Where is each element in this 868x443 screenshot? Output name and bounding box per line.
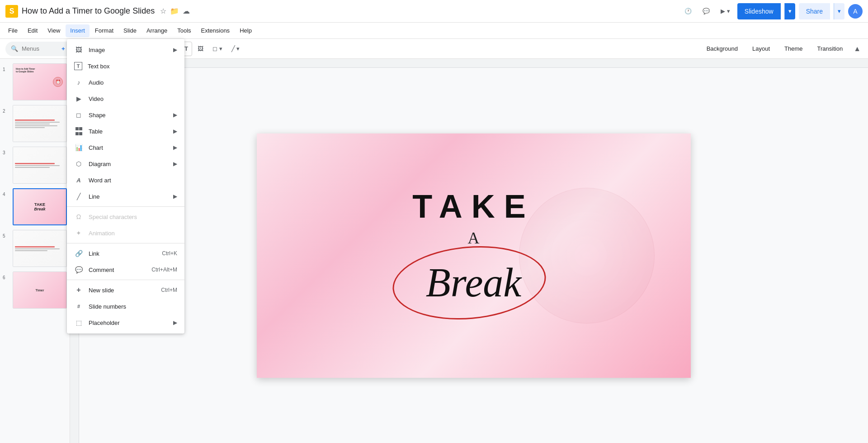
menu-item-line[interactable]: ╱ Line ▶ [67,188,184,205]
link-menu-shortcut: Ctrl+K [162,250,177,257]
menu-item-image[interactable]: 🖼 Image ▶ [67,42,184,58]
word-art-menu-icon: A [74,176,83,185]
placeholder-menu-label: Placeholder [89,319,168,326]
link-menu-icon: 🔗 [74,249,83,258]
text-box-menu-label: Text box [88,63,177,70]
shape-menu-arrow: ▶ [173,112,177,118]
image-menu-arrow: ▶ [173,47,177,53]
menu-item-chart[interactable]: 📊 Chart ▶ [67,139,184,156]
video-menu-label: Video [89,95,177,102]
menu-item-comment[interactable]: 💬 Comment Ctrl+Alt+M [67,262,184,278]
animation-menu-icon: ✦ [74,229,83,238]
menu-item-video[interactable]: ▶ Video [67,91,184,107]
comment-menu-icon: 💬 [74,265,83,274]
audio-menu-label: Audio [89,79,177,86]
shape-menu-icon: ◻ [74,110,83,119]
word-art-menu-label: Word art [89,177,177,184]
menu-divider-2 [67,243,184,243]
audio-menu-icon: ♪ [74,78,83,87]
new-slide-menu-icon: + [74,286,83,295]
video-menu-icon: ▶ [74,94,83,103]
table-menu-arrow: ▶ [173,128,177,134]
special-chars-menu-icon: Ω [74,212,83,221]
image-menu-label: Image [89,47,168,53]
special-chars-menu-label: Special characters [89,214,177,220]
new-slide-menu-label: New slide [89,287,156,294]
chart-menu-label: Chart [89,144,168,151]
line-menu-label: Line [89,193,168,200]
shape-menu-label: Shape [89,112,168,119]
diagram-menu-icon: ⬡ [74,159,83,168]
animation-menu-label: Animation [89,230,177,237]
new-slide-menu-shortcut: Ctrl+M [161,287,177,293]
placeholder-menu-arrow: ▶ [173,319,177,326]
diagram-menu-label: Diagram [89,161,168,167]
insert-dropdown-menu: 🖼 Image ▶ T Text box ♪ Audio ▶ Video ◻ S… [67,39,184,333]
menu-item-special-characters: Ω Special characters [67,209,184,225]
menu-item-audio[interactable]: ♪ Audio [67,74,184,91]
menu-item-new-slide[interactable]: + New slide Ctrl+M [67,282,184,298]
chart-menu-icon: 📊 [74,143,83,152]
menu-item-text-box[interactable]: T Text box [67,58,184,74]
menu-item-link[interactable]: 🔗 Link Ctrl+K [67,245,184,262]
slide-numbers-menu-icon: # [74,302,83,311]
menu-item-placeholder[interactable]: ⬚ Placeholder ▶ [67,314,184,331]
line-menu-arrow: ▶ [173,193,177,200]
menu-item-animation: ✦ Animation [67,225,184,241]
menu-item-word-art[interactable]: A Word art [67,172,184,188]
link-menu-label: Link [89,250,156,257]
placeholder-menu-icon: ⬚ [74,318,83,327]
menu-item-table[interactable]: Table ▶ [67,123,184,139]
menu-divider-1 [67,206,184,207]
line-menu-icon: ╱ [74,192,83,201]
table-menu-label: Table [89,128,168,135]
diagram-menu-arrow: ▶ [173,161,177,167]
text-box-menu-icon: T [74,62,82,70]
menu-divider-3 [67,280,184,280]
menu-item-shape[interactable]: ◻ Shape ▶ [67,107,184,123]
chart-menu-arrow: ▶ [173,144,177,151]
menu-item-diagram[interactable]: ⬡ Diagram ▶ [67,156,184,172]
comment-menu-label: Comment [89,267,146,273]
comment-menu-shortcut: Ctrl+Alt+M [151,267,177,273]
slide-numbers-menu-label: Slide numbers [89,303,177,310]
menu-item-slide-numbers[interactable]: # Slide numbers [67,298,184,314]
table-menu-icon [74,127,83,136]
image-menu-icon: 🖼 [74,45,83,54]
